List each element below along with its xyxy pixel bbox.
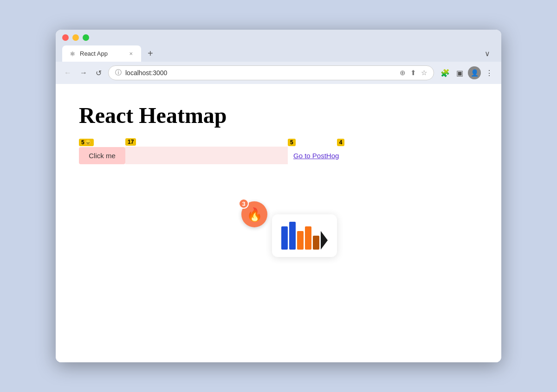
svg-rect-4: [313, 236, 319, 250]
posthog-logo-card-wrapper: [272, 214, 337, 257]
svg-rect-1: [289, 222, 296, 250]
more-options-button[interactable]: ⋮: [484, 67, 495, 79]
svg-rect-0: [281, 226, 288, 250]
url-bar[interactable]: ⓘ localhost:3000 ⊕ ⬆ ☆: [108, 65, 434, 80]
browser-window: ⚛ React App × + ∨ ← → ↺ ⓘ localhost:3000…: [56, 30, 501, 362]
posthog-link[interactable]: Go to PostHog: [288, 147, 344, 164]
url-action-icons: ⊕ ⬆ ☆: [400, 69, 427, 77]
close-window-button[interactable]: [62, 34, 69, 41]
browser-tab-active[interactable]: ⚛ React App ×: [62, 45, 141, 62]
back-button[interactable]: ←: [62, 67, 73, 79]
tab-favicon-icon: ⚛: [69, 50, 76, 58]
search-input[interactable]: [125, 147, 288, 164]
svg-marker-5: [321, 231, 328, 250]
minimize-window-button[interactable]: [72, 34, 79, 41]
new-tab-button[interactable]: +: [143, 47, 158, 60]
window-controls: [62, 34, 495, 41]
flame-icon: 🔥: [246, 207, 263, 222]
svg-rect-3: [305, 226, 311, 250]
flame-logo-group: 3 🔥: [241, 201, 337, 257]
svg-rect-2: [297, 231, 304, 250]
tab-close-button[interactable]: ×: [127, 49, 135, 58]
maximize-window-button[interactable]: [83, 34, 89, 41]
share-icon[interactable]: ⬆: [410, 69, 416, 77]
browser-toolbar-icons: 🧩 ▣ 👤 ⋮: [439, 66, 495, 79]
click-me-badge: 5😠: [79, 139, 94, 146]
tab-more-button[interactable]: ∨: [480, 47, 495, 60]
flame-count-badge: 3: [239, 199, 249, 209]
heatmap-row: 5😠 Click me 17 5 4 Go to PostHog: [79, 147, 344, 164]
forward-button[interactable]: →: [78, 67, 89, 79]
posthog-right-badge: 4: [337, 139, 345, 146]
address-bar: ← → ↺ ⓘ localhost:3000 ⊕ ⬆ ☆ 🧩 ▣ 👤 ⋮: [56, 62, 501, 84]
zoom-icon[interactable]: ⊕: [400, 69, 406, 77]
refresh-button[interactable]: ↺: [94, 67, 104, 79]
input-wrapper: 17: [125, 147, 288, 164]
star-icon[interactable]: ☆: [421, 69, 427, 77]
posthog-logo-svg: [281, 222, 328, 250]
posthog-logo-card[interactable]: [272, 214, 337, 257]
posthog-link-wrapper: 5 4 Go to PostHog: [288, 147, 344, 164]
flame-section: 3 🔥: [79, 201, 478, 257]
flame-button[interactable]: 3 🔥: [241, 201, 267, 227]
layout-button[interactable]: ▣: [454, 67, 465, 79]
input-badge: 17: [125, 138, 136, 146]
page-content: React Heatmap 5😠 Click me 17 5 4: [56, 84, 501, 362]
url-info-icon: ⓘ: [115, 69, 122, 77]
url-text: localhost:3000: [125, 69, 396, 77]
tab-title-label: React App: [80, 50, 123, 57]
profile-avatar[interactable]: 👤: [468, 66, 481, 79]
extensions-button[interactable]: 🧩: [439, 67, 452, 79]
click-me-button[interactable]: Click me: [79, 147, 125, 164]
tab-bar: ⚛ React App × + ∨: [62, 45, 495, 62]
title-bar: ⚛ React App × + ∨: [56, 30, 501, 62]
posthog-link-badge: 5: [288, 139, 296, 146]
click-me-wrapper: 5😠 Click me: [79, 147, 125, 164]
page-title: React Heatmap: [79, 103, 478, 128]
